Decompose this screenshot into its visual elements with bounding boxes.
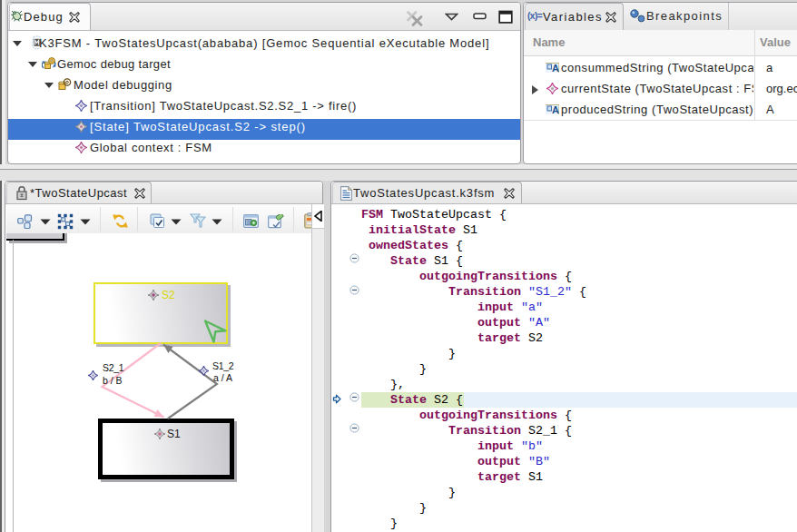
svg-text:A: A — [552, 63, 559, 73]
svg-text:A: A — [552, 104, 559, 114]
